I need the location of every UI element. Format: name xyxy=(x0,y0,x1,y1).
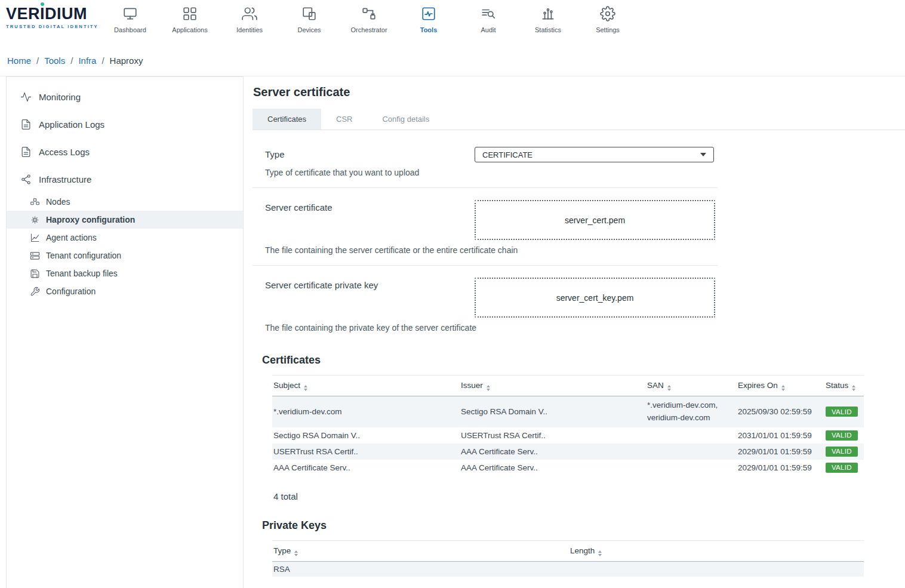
status-cell: VALID xyxy=(824,427,864,444)
brand-name: VERIDIUM xyxy=(6,5,98,23)
sidebar-item-label: Access Logs xyxy=(39,147,90,157)
certificate-upload-form: Type CERTIFICATE Type of certificate tha… xyxy=(253,147,718,333)
nav-item-identities[interactable]: Identities xyxy=(220,5,279,33)
tab-csr[interactable]: CSR xyxy=(321,109,367,130)
server-certificate-help-text: The file containing the server certifica… xyxy=(265,245,718,255)
private-key-help-text: The file containing the private key of t… xyxy=(265,323,718,333)
column-header-expires-on[interactable]: Expires On xyxy=(737,375,824,396)
breadcrumb-infra[interactable]: Infra xyxy=(78,56,96,66)
nav-item-orchestrator[interactable]: Orchestrator xyxy=(339,5,399,33)
orchestrator-icon xyxy=(361,5,377,23)
subject-cell: Sectigo RSA Domain V.. xyxy=(272,427,460,444)
top-nav: VERIDIUM TRUSTED DIGITAL IDENTITY Dashbo… xyxy=(0,0,905,45)
expires-cell: 2025/09/30 02:59:59 xyxy=(737,396,824,427)
tab-certificates[interactable]: Certificates xyxy=(253,109,321,130)
private-key-label: Server certificate private key xyxy=(265,278,475,290)
certificate-row[interactable]: *.veridium-dev.com Sectigo RSA Domain V.… xyxy=(272,396,864,427)
sidebar: Monitoring Application Logs Access Logs … xyxy=(6,76,244,588)
subject-cell: USERTrust RSA Certif.. xyxy=(272,444,460,460)
column-header-type[interactable]: Type xyxy=(272,540,569,561)
column-header-issuer[interactable]: Issuer xyxy=(460,375,646,396)
status-cell: VALID xyxy=(824,460,864,476)
certificates-header-row: Subject Issuer SAN Expires On Status xyxy=(272,375,864,396)
san-cell xyxy=(646,460,737,476)
access-logs-icon xyxy=(20,146,32,158)
key-type-cell: RSA xyxy=(272,561,569,577)
nav-item-devices[interactable]: Devices xyxy=(279,5,339,33)
column-header-san[interactable]: SAN xyxy=(646,375,737,396)
certificate-row[interactable]: USERTrust RSA Certif.. AAA Certificate S… xyxy=(272,444,864,460)
divider xyxy=(253,265,718,266)
tenant-configuration-icon xyxy=(29,251,40,261)
sidebar-item-label: Monitoring xyxy=(39,92,81,102)
private-key-dropzone[interactable]: server_cert_key.pem xyxy=(475,278,715,318)
sidebar-item-application-logs[interactable]: Application Logs xyxy=(7,110,243,138)
certificate-row[interactable]: Sectigo RSA Domain V.. USERTrust RSA Cer… xyxy=(272,427,864,444)
nav-item-settings[interactable]: Settings xyxy=(578,5,638,33)
sidebar-item-label: Infrastructure xyxy=(39,174,91,184)
audit-icon xyxy=(481,5,496,23)
certificates-section-title: Certificates xyxy=(262,354,905,367)
nav-item-applications[interactable]: Applications xyxy=(160,5,220,33)
san-cell xyxy=(646,427,737,444)
sidebar-item-tenant-backup-files[interactable]: Tenant backup files xyxy=(7,264,243,282)
sidebar-item-configuration[interactable]: Configuration xyxy=(7,282,243,300)
chevron-down-icon xyxy=(700,153,706,156)
brand-tagline: TRUSTED DIGITAL IDENTITY xyxy=(6,24,98,29)
server-certificate-label: Server certificate xyxy=(265,200,475,213)
breadcrumb-tools[interactable]: Tools xyxy=(44,56,65,66)
tab-config-details[interactable]: Config details xyxy=(367,109,444,130)
sidebar-item-agent-actions[interactable]: Agent actions xyxy=(7,229,243,247)
sidebar-item-monitoring[interactable]: Monitoring xyxy=(7,83,243,110)
certificate-type-select[interactable]: CERTIFICATE xyxy=(475,147,714,162)
private-keys-header-row: Type Length xyxy=(272,540,864,561)
private-keys-table: Type Length RSA xyxy=(272,540,864,577)
private-key-row[interactable]: RSA xyxy=(272,561,864,577)
nav-label: Identities xyxy=(236,26,263,33)
type-help-text: Type of certificate that you want to upl… xyxy=(265,168,718,177)
nav-item-statistics[interactable]: Statistics xyxy=(518,5,578,33)
main-panel: Server certificate Certificates CSR Conf… xyxy=(244,76,905,588)
sidebar-item-nodes[interactable]: Nodes xyxy=(7,193,243,211)
expires-cell: 2029/01/01 01:59:59 xyxy=(737,444,824,460)
expires-cell: 2029/01/01 01:59:59 xyxy=(737,460,824,476)
private-key-filename: server_cert_key.pem xyxy=(556,293,634,303)
san-cell: *.veridium-dev.com, veridium-dev.com xyxy=(646,396,737,427)
issuer-cell: AAA Certificate Serv.. xyxy=(460,444,646,460)
sidebar-item-label: Haproxy configuration xyxy=(46,215,135,224)
nav-label: Devices xyxy=(297,26,321,33)
sidebar-item-label: Tenant backup files xyxy=(46,269,118,278)
breadcrumb-separator: / xyxy=(70,56,73,66)
server-certificate-dropzone[interactable]: server_cert.pem xyxy=(475,200,715,240)
sort-icon xyxy=(667,385,671,391)
status-badge: VALID xyxy=(826,430,858,441)
sidebar-item-label: Agent actions xyxy=(46,233,97,242)
sort-icon xyxy=(598,550,602,556)
column-header-length[interactable]: Length xyxy=(569,540,864,561)
sidebar-item-access-logs[interactable]: Access Logs xyxy=(7,138,243,165)
sidebar-item-haproxy-configuration[interactable]: Haproxy configuration xyxy=(7,211,243,229)
nav-item-tools[interactable]: Tools xyxy=(399,5,458,33)
issuer-cell: AAA Certificate Serv.. xyxy=(460,460,646,476)
san-cell xyxy=(646,444,737,460)
nav-item-audit[interactable]: Audit xyxy=(458,5,518,33)
brand-logo[interactable]: VERIDIUM TRUSTED DIGITAL IDENTITY xyxy=(6,5,98,29)
settings-icon xyxy=(600,5,615,23)
sort-icon xyxy=(294,550,298,556)
breadcrumb-home[interactable]: Home xyxy=(7,56,31,66)
tabs: Certificates CSR Config details xyxy=(253,109,905,130)
sidebar-item-tenant-configuration[interactable]: Tenant configuration xyxy=(7,247,243,264)
sidebar-item-label: Nodes xyxy=(46,197,70,207)
sort-icon xyxy=(487,385,490,391)
statistics-icon xyxy=(540,5,556,23)
certificate-row[interactable]: AAA Certificate Serv.. AAA Certificate S… xyxy=(272,460,864,476)
sort-icon xyxy=(781,385,785,391)
nav-item-dashboard[interactable]: Dashboard xyxy=(100,5,160,33)
main-nav: Dashboard Applications Identities Device… xyxy=(100,5,638,33)
column-header-subject[interactable]: Subject xyxy=(272,375,460,396)
status-cell: VALID xyxy=(824,444,864,460)
sidebar-item-label: Tenant configuration xyxy=(46,251,121,260)
column-header-status[interactable]: Status xyxy=(824,375,864,396)
sidebar-item-label: Application Logs xyxy=(39,119,104,130)
sidebar-item-infrastructure[interactable]: Infrastructure xyxy=(7,165,243,193)
